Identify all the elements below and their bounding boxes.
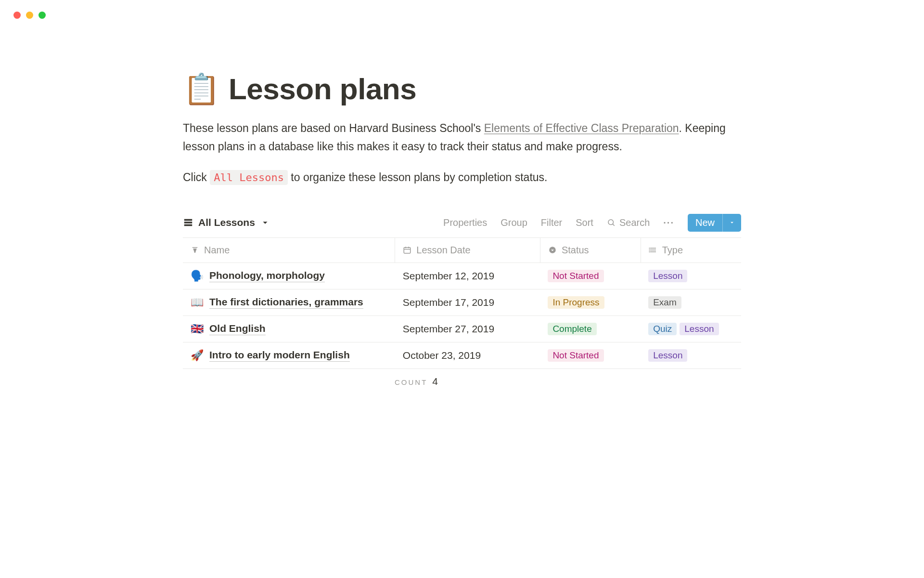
chevron-down-icon bbox=[729, 219, 735, 226]
maximize-window-button[interactable] bbox=[38, 12, 46, 19]
status-badge: In Progress bbox=[548, 296, 604, 309]
row-emoji-icon: 🇬🇧 bbox=[191, 323, 204, 335]
status-badge: Not Started bbox=[548, 349, 603, 362]
row-type-cell[interactable]: QuizLesson bbox=[641, 315, 741, 342]
svg-point-12 bbox=[649, 251, 650, 252]
row-status-cell[interactable]: In Progress bbox=[540, 289, 641, 315]
column-status-label: Status bbox=[562, 245, 589, 256]
view-label: All Lessons bbox=[198, 217, 255, 228]
row-type-cell[interactable]: Exam bbox=[641, 289, 741, 315]
sort-button[interactable]: Sort bbox=[576, 217, 593, 228]
column-header-type[interactable]: Type bbox=[641, 238, 741, 263]
svg-rect-2 bbox=[404, 248, 411, 253]
row-name-cell[interactable]: 📖The first dictionaries, grammars bbox=[191, 296, 387, 309]
row-type-cell[interactable]: Lesson bbox=[641, 263, 741, 289]
count-value: 4 bbox=[432, 376, 438, 387]
table-row[interactable]: 🗣️Phonology, morphologySeptember 12, 201… bbox=[183, 263, 741, 289]
select-property-icon bbox=[548, 246, 557, 254]
chevron-down-icon bbox=[260, 217, 270, 228]
row-emoji-icon: 🚀 bbox=[191, 349, 204, 362]
minimize-window-button[interactable] bbox=[26, 12, 33, 19]
row-name-cell[interactable]: 🇬🇧Old English bbox=[191, 323, 387, 335]
status-badge: Complete bbox=[548, 323, 596, 335]
properties-button[interactable]: Properties bbox=[443, 217, 487, 228]
type-badge: Lesson bbox=[680, 323, 719, 335]
view-selector[interactable]: All Lessons bbox=[183, 217, 270, 228]
column-type-label: Type bbox=[662, 245, 683, 256]
table-footer: count 4 bbox=[183, 369, 741, 387]
row-status-cell[interactable]: Not Started bbox=[540, 342, 641, 368]
row-date-cell[interactable]: September 12, 2019 bbox=[395, 263, 540, 289]
row-name-cell[interactable]: 🗣️Phonology, morphology bbox=[191, 270, 387, 282]
table-row[interactable]: 🇬🇧Old EnglishSeptember 27, 2019CompleteQ… bbox=[183, 315, 741, 342]
column-header-status[interactable]: Status bbox=[540, 238, 641, 263]
row-title[interactable]: The first dictionaries, grammars bbox=[209, 296, 363, 309]
row-name-cell[interactable]: 🚀Intro to early modern English bbox=[191, 349, 387, 362]
type-badge: Quiz bbox=[648, 323, 677, 335]
multiselect-property-icon bbox=[649, 246, 657, 254]
description-prefix: These lesson plans are based on Harvard … bbox=[183, 122, 484, 134]
status-badge: Not Started bbox=[548, 270, 603, 282]
search-button[interactable]: Search bbox=[607, 217, 650, 228]
type-badge: Lesson bbox=[648, 270, 687, 282]
column-header-date[interactable]: Lesson Date bbox=[395, 238, 540, 263]
svg-point-10 bbox=[649, 248, 650, 249]
close-window-button[interactable] bbox=[13, 12, 21, 19]
table-row[interactable]: 🚀Intro to early modern EnglishOctober 23… bbox=[183, 342, 741, 368]
row-status-cell[interactable]: Complete bbox=[540, 315, 641, 342]
row-date-cell[interactable]: September 27, 2019 bbox=[395, 315, 540, 342]
new-button[interactable]: New bbox=[688, 214, 741, 232]
table-row[interactable]: 📖The first dictionaries, grammarsSeptemb… bbox=[183, 289, 741, 315]
description-link[interactable]: Elements of Effective Class Preparation bbox=[484, 122, 679, 134]
count-label: count bbox=[395, 378, 427, 386]
type-badge: Exam bbox=[648, 296, 681, 309]
instruction-suffix: to organize these lesson plans by comple… bbox=[291, 171, 547, 184]
svg-point-11 bbox=[649, 250, 650, 250]
instruction-text: Click All Lessons to organize these less… bbox=[183, 169, 741, 187]
database-toolbar: All Lessons Properties Group Filter Sort… bbox=[183, 214, 741, 238]
row-emoji-icon: 📖 bbox=[191, 296, 204, 309]
date-property-icon bbox=[403, 246, 411, 254]
lessons-table: Name Lesson Date Status bbox=[183, 238, 741, 369]
row-title[interactable]: Intro to early modern English bbox=[209, 349, 350, 362]
svg-line-1 bbox=[613, 224, 614, 226]
window-traffic-lights bbox=[0, 0, 924, 19]
text-property-icon bbox=[191, 246, 199, 254]
row-type-cell[interactable]: Lesson bbox=[641, 342, 741, 368]
row-status-cell[interactable]: Not Started bbox=[540, 263, 641, 289]
column-date-label: Lesson Date bbox=[416, 245, 470, 256]
search-icon bbox=[607, 218, 616, 227]
search-label: Search bbox=[619, 217, 650, 228]
more-options-button[interactable]: ··· bbox=[663, 217, 674, 228]
row-date-cell[interactable]: October 23, 2019 bbox=[395, 342, 540, 368]
row-emoji-icon: 🗣️ bbox=[191, 270, 204, 282]
row-title[interactable]: Old English bbox=[209, 323, 266, 335]
page-header: 📋 Lesson plans bbox=[183, 72, 741, 106]
column-name-label: Name bbox=[204, 245, 230, 256]
instruction-chip: All Lessons bbox=[210, 170, 288, 185]
new-button-dropdown[interactable] bbox=[722, 214, 741, 232]
page-title[interactable]: Lesson plans bbox=[229, 72, 416, 106]
column-header-name[interactable]: Name bbox=[183, 238, 395, 263]
new-button-label: New bbox=[688, 214, 722, 232]
filter-button[interactable]: Filter bbox=[541, 217, 562, 228]
svg-point-0 bbox=[608, 220, 614, 225]
row-title[interactable]: Phonology, morphology bbox=[209, 270, 325, 282]
instruction-prefix: Click bbox=[183, 171, 210, 184]
page-icon[interactable]: 📋 bbox=[183, 74, 220, 104]
row-date-cell[interactable]: September 17, 2019 bbox=[395, 289, 540, 315]
group-button[interactable]: Group bbox=[500, 217, 527, 228]
page-description: These lesson plans are based on Harvard … bbox=[183, 119, 741, 156]
type-badge: Lesson bbox=[648, 349, 687, 362]
table-view-icon bbox=[183, 217, 193, 228]
